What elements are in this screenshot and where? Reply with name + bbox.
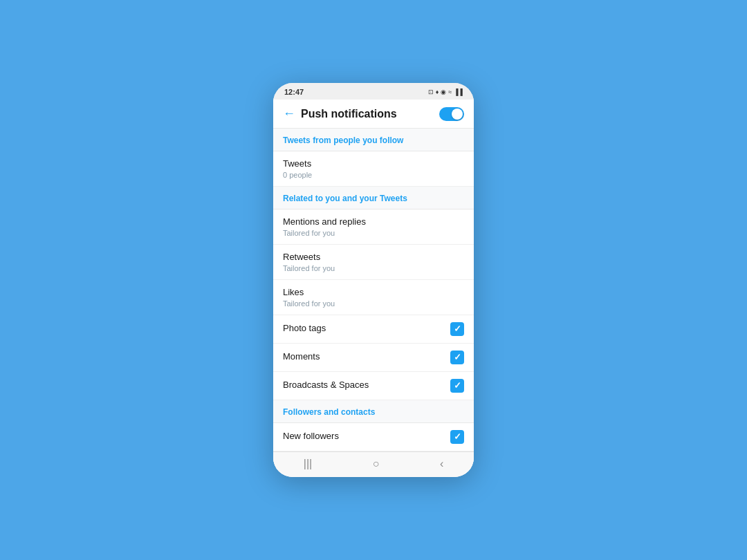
item-text-likes: Likes Tailored for you: [283, 287, 335, 308]
phone-shell: 12:47 ⊡ ♦ ◉ ≈ ▐▐ ← Push notifications Tw…: [273, 83, 474, 477]
item-text-photo-tags: Photo tags: [283, 323, 326, 335]
status-icons: ⊡ ♦ ◉ ≈ ▐▐: [428, 88, 463, 95]
status-bar: 12:47 ⊡ ♦ ◉ ≈ ▐▐: [273, 83, 474, 100]
item-text-mentions: Mentions and replies Tailored for you: [283, 216, 366, 237]
checkmark-moments: ✓: [454, 353, 461, 362]
nav-back-icon[interactable]: ‹: [440, 458, 443, 470]
notification-icon: ⊡: [428, 88, 434, 95]
checkbox-photo-tags[interactable]: ✓: [450, 322, 464, 336]
list-item-photo-tags[interactable]: Photo tags ✓: [273, 315, 474, 344]
list-item-new-followers[interactable]: New followers ✓: [273, 423, 474, 451]
header-title: Push notifications: [301, 108, 397, 120]
item-text-broadcasts-spaces: Broadcasts & Spaces: [283, 380, 369, 391]
scroll-content[interactable]: Tweets from people you follow Tweets 0 p…: [273, 129, 474, 451]
list-item-moments[interactable]: Moments ✓: [273, 344, 474, 372]
checkbox-moments[interactable]: ✓: [450, 351, 464, 364]
item-title-moments: Moments: [283, 351, 320, 363]
item-subtitle-retweets: Tailored for you: [283, 264, 335, 272]
nav-home-icon[interactable]: ○: [373, 458, 380, 470]
item-title-photo-tags: Photo tags: [283, 323, 326, 335]
section-header-related: Related to you and your Tweets: [273, 187, 474, 209]
list-item-mentions[interactable]: Mentions and replies Tailored for you: [273, 209, 474, 245]
item-title-broadcasts-spaces: Broadcasts & Spaces: [283, 380, 369, 391]
section-header-followers: Followers and contacts: [273, 400, 474, 423]
location-icon: ◉: [441, 88, 446, 95]
nav-bar: ||| ○ ‹: [273, 451, 474, 477]
signal-icon: ▐▐: [454, 88, 463, 95]
item-subtitle-mentions: Tailored for you: [283, 229, 366, 237]
back-button[interactable]: ←: [283, 106, 295, 121]
list-item-likes[interactable]: Likes Tailored for you: [273, 280, 474, 315]
checkmark-new-followers: ✓: [454, 432, 461, 441]
item-title-likes: Likes: [283, 287, 335, 299]
item-title-mentions: Mentions and replies: [283, 216, 366, 228]
app-content: ← Push notifications Tweets from people …: [273, 100, 474, 477]
nav-menu-icon[interactable]: |||: [304, 458, 312, 470]
header-left: ← Push notifications: [283, 106, 397, 121]
item-title-retweets: Retweets: [283, 252, 335, 263]
section-header-tweets-from-people: Tweets from people you follow: [273, 129, 474, 151]
status-time: 12:47: [284, 88, 304, 96]
item-text-new-followers: New followers: [283, 431, 339, 442]
list-item-tweets[interactable]: Tweets 0 people: [273, 151, 474, 187]
list-item-retweets[interactable]: Retweets Tailored for you: [273, 245, 474, 280]
list-item-broadcasts-spaces[interactable]: Broadcasts & Spaces ✓: [273, 372, 474, 400]
checkmark-photo-tags: ✓: [454, 324, 461, 333]
item-text-moments: Moments: [283, 351, 320, 363]
item-title-tweets: Tweets: [283, 158, 312, 170]
checkmark-broadcasts-spaces: ✓: [454, 381, 461, 390]
item-subtitle-tweets: 0 people: [283, 171, 312, 179]
header: ← Push notifications: [273, 100, 474, 129]
checkbox-new-followers[interactable]: ✓: [450, 430, 464, 444]
item-text-retweets: Retweets Tailored for you: [283, 252, 335, 272]
item-title-new-followers: New followers: [283, 431, 339, 442]
item-subtitle-likes: Tailored for you: [283, 299, 335, 308]
wifi-icon: ≈: [448, 88, 452, 95]
checkbox-broadcasts-spaces[interactable]: ✓: [450, 379, 464, 393]
sim-icon: ♦: [436, 88, 439, 95]
push-notifications-toggle[interactable]: [439, 107, 464, 121]
item-text-tweets: Tweets 0 people: [283, 158, 312, 179]
